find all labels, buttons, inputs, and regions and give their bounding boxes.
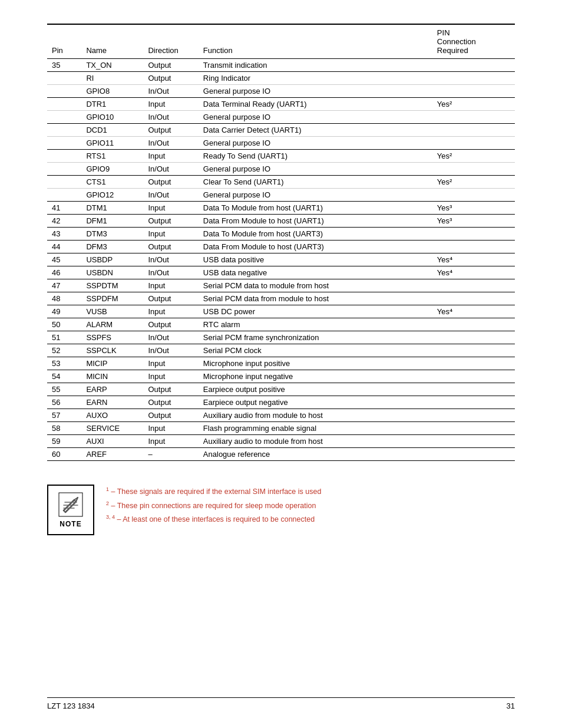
cell-function: Earpiece output positive bbox=[199, 383, 432, 396]
cell-pin: 60 bbox=[47, 448, 81, 461]
cell-direction: Input bbox=[143, 370, 198, 383]
cell-connection bbox=[432, 370, 515, 383]
cell-name: TX_ON bbox=[81, 59, 143, 72]
cell-name: GPIO12 bbox=[81, 189, 143, 202]
cell-pin bbox=[47, 72, 81, 85]
svg-line-3 bbox=[64, 510, 65, 512]
note-item: 2 – These pin connections are required f… bbox=[106, 499, 321, 513]
pin-table: Pin Name Direction Function PIN Connecti… bbox=[47, 24, 515, 461]
table-row: 49VUSBInputUSB DC powerYes⁴ bbox=[47, 305, 515, 318]
table-row: 41DTM1InputData To Module from host (UAR… bbox=[47, 202, 515, 215]
cell-function: Data To Module from host (UART3) bbox=[199, 228, 432, 241]
cell-name: GPIO11 bbox=[81, 137, 143, 150]
cell-direction: In/Out bbox=[143, 85, 198, 98]
cell-function: USB data negative bbox=[199, 266, 432, 279]
cell-name: USBDP bbox=[81, 253, 143, 266]
cell-function: Data To Module from host (UART1) bbox=[199, 202, 432, 215]
cell-direction: Input bbox=[143, 98, 198, 111]
note-label: NOTE bbox=[59, 520, 81, 528]
cell-connection bbox=[432, 111, 515, 124]
cell-pin: 52 bbox=[47, 344, 81, 357]
table-row: GPIO9In/OutGeneral purpose IO bbox=[47, 163, 515, 176]
cell-function: Data Carrier Detect (UART1) bbox=[199, 124, 432, 137]
cell-function: Analogue reference bbox=[199, 448, 432, 461]
cell-function: Ready To Send (UART1) bbox=[199, 150, 432, 163]
note-text: 1 – These signals are required if the ex… bbox=[106, 485, 321, 526]
cell-connection: Yes² bbox=[432, 98, 515, 111]
cell-pin: 47 bbox=[47, 279, 81, 292]
cell-direction: Input bbox=[143, 150, 198, 163]
cell-name: SSPCLK bbox=[81, 344, 143, 357]
cell-name: MICIP bbox=[81, 357, 143, 370]
cell-connection: Yes² bbox=[432, 176, 515, 189]
table-row: 52SSPCLKIn/OutSerial PCM clock bbox=[47, 344, 515, 357]
cell-function: Auxiliary audio to module from host bbox=[199, 435, 432, 448]
cell-function: General purpose IO bbox=[199, 85, 432, 98]
cell-direction: In/Out bbox=[143, 266, 198, 279]
cell-direction: In/Out bbox=[143, 189, 198, 202]
cell-connection bbox=[432, 331, 515, 344]
cell-function: Data From Module to host (UART1) bbox=[199, 215, 432, 228]
cell-name: AREF bbox=[81, 448, 143, 461]
cell-connection bbox=[432, 59, 515, 72]
cell-direction: Output bbox=[143, 241, 198, 253]
footer-left: LZT 123 1834 bbox=[47, 701, 95, 710]
cell-connection bbox=[432, 318, 515, 331]
cell-function: Earpiece output negative bbox=[199, 396, 432, 409]
cell-connection bbox=[432, 72, 515, 85]
cell-connection bbox=[432, 228, 515, 241]
cell-direction: In/Out bbox=[143, 331, 198, 344]
table-row: 35TX_ONOutputTransmit indication bbox=[47, 59, 515, 72]
cell-connection bbox=[432, 344, 515, 357]
table-row: RTS1InputReady To Send (UART1)Yes² bbox=[47, 150, 515, 163]
cell-name: MICIN bbox=[81, 370, 143, 383]
cell-name: RI bbox=[81, 72, 143, 85]
cell-name: DTM1 bbox=[81, 202, 143, 215]
header-function: Function bbox=[199, 24, 432, 59]
note-icon-box: NOTE bbox=[47, 485, 94, 535]
cell-function: Microphone input positive bbox=[199, 357, 432, 370]
cell-function: General purpose IO bbox=[199, 189, 432, 202]
cell-pin bbox=[47, 189, 81, 202]
cell-function: Flash programming enable signal bbox=[199, 422, 432, 435]
cell-direction: Input bbox=[143, 435, 198, 448]
table-row: 44DFM3OutputData From Module to host (UA… bbox=[47, 241, 515, 253]
header-direction: Direction bbox=[143, 24, 198, 59]
table-row: 53MICIPInputMicrophone input positive bbox=[47, 357, 515, 370]
cell-name: SSPDFM bbox=[81, 292, 143, 305]
cell-name: GPIO8 bbox=[81, 85, 143, 98]
cell-pin: 43 bbox=[47, 228, 81, 241]
cell-direction: – bbox=[143, 448, 198, 461]
cell-function: Clear To Send (UART1) bbox=[199, 176, 432, 189]
table-row: GPIO10In/OutGeneral purpose IO bbox=[47, 111, 515, 124]
cell-direction: Input bbox=[143, 279, 198, 292]
cell-function: Serial PCM data from module to host bbox=[199, 292, 432, 305]
cell-pin bbox=[47, 137, 81, 150]
svg-rect-0 bbox=[59, 493, 82, 516]
cell-name: VUSB bbox=[81, 305, 143, 318]
cell-name: DFM3 bbox=[81, 241, 143, 253]
cell-pin: 54 bbox=[47, 370, 81, 383]
cell-pin: 45 bbox=[47, 253, 81, 266]
table-row: 60AREF–Analogue reference bbox=[47, 448, 515, 461]
cell-pin bbox=[47, 111, 81, 124]
table-row: 57AUXOOutputAuxiliary audio from module … bbox=[47, 409, 515, 422]
cell-connection bbox=[432, 396, 515, 409]
cell-pin: 41 bbox=[47, 202, 81, 215]
cell-function: Data Terminal Ready (UART1) bbox=[199, 98, 432, 111]
cell-direction: Output bbox=[143, 409, 198, 422]
cell-function: USB DC power bbox=[199, 305, 432, 318]
table-row: DCD1OutputData Carrier Detect (UART1) bbox=[47, 124, 515, 137]
cell-direction: Output bbox=[143, 396, 198, 409]
cell-function: Serial PCM data to module from host bbox=[199, 279, 432, 292]
cell-connection bbox=[432, 124, 515, 137]
cell-pin: 46 bbox=[47, 266, 81, 279]
cell-direction: Input bbox=[143, 357, 198, 370]
cell-function: General purpose IO bbox=[199, 163, 432, 176]
cell-name: GPIO10 bbox=[81, 111, 143, 124]
page: Pin Name Direction Function PIN Connecti… bbox=[0, 0, 562, 594]
cell-function: Microphone input negative bbox=[199, 370, 432, 383]
cell-direction: Input bbox=[143, 422, 198, 435]
cell-direction: Output bbox=[143, 176, 198, 189]
table-row: 54MICINInputMicrophone input negative bbox=[47, 370, 515, 383]
